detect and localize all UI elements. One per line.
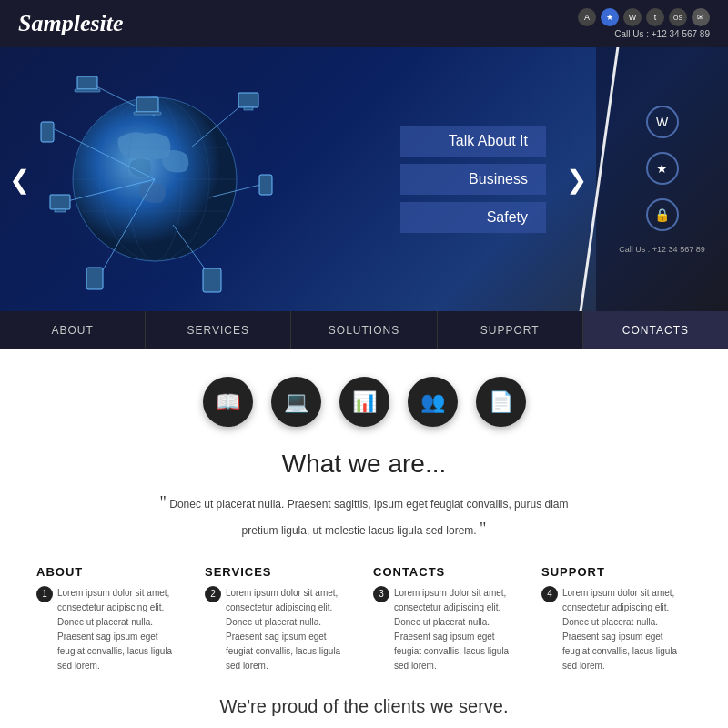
main-navbar: ABOUT SERVICES SOLUTIONS SUPPORT CONTACT…: [0, 311, 728, 349]
feature-icon-laptop[interactable]: 💻: [271, 377, 321, 427]
header-icon-mail[interactable]: ✉: [692, 8, 710, 26]
header-icon-5[interactable]: OS: [669, 8, 687, 26]
feature-icon-chart[interactable]: 📊: [339, 377, 389, 427]
hero-prev-button[interactable]: ❮: [9, 165, 30, 195]
nav-services[interactable]: SERVICES: [146, 311, 291, 349]
hero-section: ❮ Talk About It Business Safety ❯ W ★ 🔒 …: [0, 47, 728, 311]
svg-rect-19: [55, 209, 66, 212]
feature-icon-people[interactable]: 👥: [408, 377, 458, 427]
hero-globe: [27, 56, 282, 302]
col-support-content: 4 Lorem ipsum dolor sit amet, consectetu…: [541, 586, 692, 673]
col-support: SUPPORT 4 Lorem ipsum dolor sit amet, co…: [541, 565, 692, 673]
hero-text-area: Talk About It Business Safety: [400, 126, 546, 233]
main-content: 📖 💻 📊 👥 📄 What we are... " Donec ut plac…: [0, 349, 728, 728]
site-header: Samplesite A ★ W t OS ✉ Call Us : +12 34…: [0, 0, 728, 47]
col-services: SERVICES 2 Lorem ipsum dolor sit amet, c…: [205, 565, 355, 673]
nav-about[interactable]: ABOUT: [0, 311, 146, 349]
svg-rect-16: [75, 89, 100, 92]
header-icon-3[interactable]: W: [623, 8, 642, 26]
section-title: What we are...: [36, 450, 692, 479]
col-support-title: SUPPORT: [541, 565, 692, 579]
hero-btn-talk[interactable]: Talk About It: [400, 126, 546, 157]
col-services-title: SERVICES: [205, 565, 355, 579]
svg-rect-22: [244, 107, 253, 110]
nav-solutions[interactable]: SOLUTIONS: [291, 311, 437, 349]
sidebar-icon-w[interactable]: W: [646, 106, 679, 138]
svg-rect-20: [86, 268, 103, 289]
col-about-content: 1 Lorem ipsum dolor sit amet, consectetu…: [36, 586, 187, 673]
svg-rect-17: [41, 122, 54, 142]
header-call-text: Call Us : +12 34 567 89: [614, 29, 710, 39]
svg-rect-26: [134, 112, 161, 115]
hero-next-button[interactable]: ❯: [566, 165, 587, 195]
col-about-text: Lorem ipsum dolor sit amet, consectetur …: [57, 586, 187, 673]
header-icon-1[interactable]: A: [578, 8, 596, 26]
quote-text: " Donec ut placerat nulla. Praesent sagi…: [146, 490, 582, 542]
svg-rect-23: [259, 175, 272, 195]
col-contacts-title: CONTACTS: [373, 565, 523, 579]
col-contacts-number: 3: [373, 586, 389, 602]
hero-btn-safety[interactable]: Safety: [400, 202, 546, 233]
feature-icon-book[interactable]: 📖: [203, 377, 253, 427]
header-icon-2[interactable]: ★: [601, 8, 619, 26]
header-icon-4[interactable]: t: [646, 8, 664, 26]
col-about-title: ABOUT: [36, 565, 187, 579]
col-services-content: 2 Lorem ipsum dolor sit amet, consectetu…: [205, 586, 355, 673]
nav-support[interactable]: SUPPORT: [438, 311, 583, 349]
col-support-number: 4: [541, 586, 558, 602]
feature-icons-row: 📖 💻 📊 👥 📄: [36, 377, 692, 427]
sidebar-icon-lock[interactable]: 🔒: [646, 198, 679, 231]
hero-sidebar: W ★ 🔒 Call Us : +12 34 567 89: [596, 47, 728, 311]
close-quote: ": [480, 520, 486, 538]
header-right: A ★ W t OS ✉ Call Us : +12 34 567 89: [578, 8, 710, 39]
sidebar-icon-star[interactable]: ★: [646, 152, 679, 185]
col-about-number: 1: [36, 586, 53, 602]
col-services-number: 2: [205, 586, 221, 602]
site-logo: Samplesite: [18, 10, 124, 37]
proud-text: We're proud of the clients we serve.: [36, 696, 692, 717]
col-support-text: Lorem ipsum dolor sit amet, consectetur …: [562, 586, 692, 673]
col-contacts: CONTACTS 3 Lorem ipsum dolor sit amet, c…: [373, 565, 523, 673]
col-about: ABOUT 1 Lorem ipsum dolor sit amet, cons…: [36, 565, 187, 673]
col-services-text: Lorem ipsum dolor sit amet, consectetur …: [226, 586, 355, 673]
svg-rect-25: [136, 97, 158, 112]
header-social-icons: A ★ W t OS ✉: [578, 8, 710, 26]
hero-btn-business[interactable]: Business: [400, 164, 546, 195]
nav-contacts[interactable]: CONTACTS: [583, 311, 728, 349]
col-contacts-text: Lorem ipsum dolor sit amet, consectetur …: [394, 586, 523, 673]
sidebar-call-text: Call Us : +12 34 567 89: [619, 245, 704, 254]
svg-rect-18: [50, 195, 70, 209]
svg-rect-15: [77, 76, 97, 89]
open-quote: ": [160, 493, 167, 511]
quote-content: Donec ut placerat nulla. Praesent sagitt…: [169, 498, 568, 537]
svg-rect-24: [203, 268, 221, 292]
col-contacts-content: 3 Lorem ipsum dolor sit amet, consectetu…: [373, 586, 523, 673]
feature-icon-doc[interactable]: 📄: [476, 377, 526, 427]
svg-rect-21: [238, 93, 258, 107]
four-columns: ABOUT 1 Lorem ipsum dolor sit amet, cons…: [36, 565, 692, 673]
